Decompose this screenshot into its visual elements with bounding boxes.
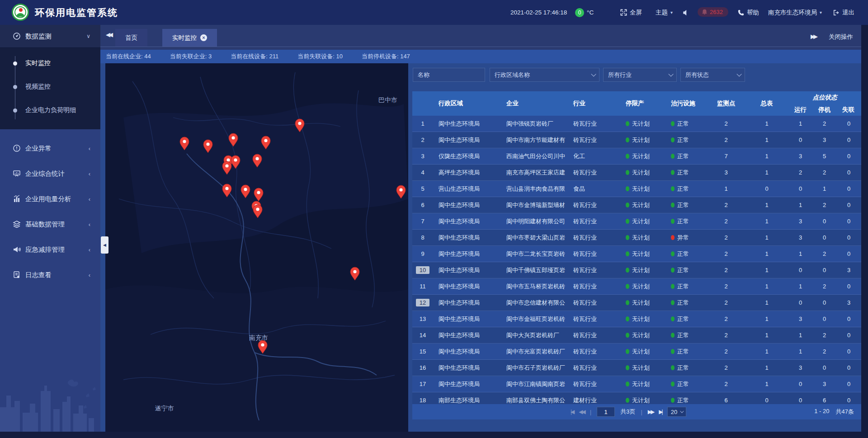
cell-index: 4	[412, 165, 433, 180]
help-button[interactable]: 帮助	[738, 0, 759, 25]
table-row[interactable]: 4高坪生态环境局南充市高坪区王家店建砖瓦行业无计划正常31220	[412, 165, 861, 181]
temperature-unit: °C	[587, 9, 594, 16]
table-row[interactable]: 15阆中生态环境局阆中市光富页岩机砖厂砖瓦行业无计划正常21120	[412, 344, 861, 360]
cell-meters: 1	[745, 246, 788, 262]
sidebar-item-emergency-reduction[interactable]: 应急减排管理 ‹	[0, 237, 100, 262]
table-row[interactable]: 8阆中生态环境局阆中市枣碧大梁山页岩砖瓦行业无计划异常21300	[412, 230, 861, 246]
cell-run: 0	[788, 181, 812, 197]
tab-bar: ◀◀ 首页 实时监控 × ▶▶ 关闭操作	[100, 25, 861, 50]
notification-badge[interactable]: 2632	[698, 7, 728, 17]
industry-select[interactable]: 所有行业	[603, 68, 677, 82]
close-operations-button[interactable]: 关闭操作	[829, 33, 853, 41]
cell-points: 2	[707, 213, 745, 229]
gauge-icon	[13, 32, 21, 40]
cell-lost: 0	[836, 311, 861, 327]
header-limit: 停限产	[620, 91, 665, 116]
sidebar-item-enterprise-stats[interactable]: 企业综合统计 ‹	[0, 161, 100, 186]
page-size-select[interactable]: 20	[667, 407, 686, 417]
sidebar-item-log-view[interactable]: 日志查看 ‹	[0, 262, 100, 287]
theme-dropdown[interactable]: 主题▾	[656, 0, 673, 25]
status-select[interactable]: 所有状态	[680, 68, 745, 82]
cell-index: 1	[412, 116, 433, 132]
table-row[interactable]: 18南部生态环境局南部县双佛土陶有限公建材行业无计划正常60060	[412, 392, 861, 404]
sidebar-collapse-handle[interactable]: ◀	[101, 236, 108, 254]
table-row[interactable]: 13阆中生态环境局阆中市金福旺页岩机砖砖瓦行业无计划正常21300	[412, 311, 861, 327]
table-row[interactable]: 5营山生态环境局营山县润丰肉食品有限食品无计划正常10010	[412, 181, 861, 197]
cell-sewage: 正常	[665, 148, 707, 164]
logout-button[interactable]: 退出	[833, 0, 854, 25]
table-row[interactable]: 11阆中生态环境局阆中市五马桥页岩机砖砖瓦行业无计划正常21120	[412, 278, 861, 295]
cell-sewage: 正常	[665, 246, 707, 262]
status-dot-icon	[671, 186, 675, 191]
megaphone-icon	[13, 245, 21, 254]
status-dot-icon	[626, 398, 629, 403]
cell-index: 17	[412, 376, 433, 392]
fullscreen-button[interactable]: 全屏	[620, 0, 642, 25]
stats-board-icon	[13, 170, 21, 178]
tab-realtime-monitor[interactable]: 实时监控 ×	[162, 29, 217, 47]
table-row[interactable]: 7阆中生态环境局阆中明阳建材有限公司砖瓦行业无计划正常21300	[412, 213, 861, 230]
chevron-down-icon: ▾	[670, 10, 673, 15]
cell-region: 阆中生态环境局	[433, 116, 501, 132]
first-page-icon[interactable]: |◀	[571, 409, 573, 415]
prev-page-icon[interactable]: ◀◀	[579, 409, 584, 415]
bell-icon	[702, 9, 708, 15]
name-search-input-box[interactable]	[413, 68, 485, 82]
table-row[interactable]: 16阆中生态环境局阆中市石子页岩机砖厂砖瓦行业无计划正常21300	[412, 360, 861, 376]
sidebar-item-enterprise-abnormal[interactable]: 企业异常 ‹	[0, 136, 100, 161]
pagination-bar: |◀ ◀◀ | 共3页 | ▶▶ ▶| 20 1 - 20 共47条	[412, 404, 861, 419]
sidebar-item-realtime-monitor[interactable]: 实时监控	[0, 52, 100, 75]
status-dot-icon	[626, 349, 629, 354]
cell-stop: 2	[812, 344, 836, 359]
status-dot-icon	[671, 219, 675, 224]
sidebar-item-power-analysis[interactable]: 企业用电量分析 ‹	[0, 186, 100, 212]
header-region: 行政区域	[433, 91, 501, 116]
tabs-scroll-left-icon[interactable]: ◀◀	[106, 31, 111, 38]
cell-index: 10	[412, 262, 433, 278]
table-row[interactable]: 10阆中生态环境局阆中千佛镇五郎垭页岩砖瓦行业无计划正常21003	[412, 262, 861, 278]
table-row[interactable]: 12阆中生态环境局阆中市忠信建材有限公砖瓦行业无计划正常21003	[412, 295, 861, 311]
filter-bar: 行政区域名称 所有行业 所有状态	[412, 68, 861, 82]
table-row[interactable]: 9阆中生态环境局阆中市二龙长宝页岩砖砖瓦行业无计划正常21120	[412, 246, 861, 262]
cell-meters: 1	[745, 165, 788, 180]
cell-company: 南充市高坪区王家店建	[501, 165, 568, 180]
last-page-icon[interactable]: ▶|	[659, 409, 661, 415]
sidebar-item-power-load-detail[interactable]: 企业电力负荷明细	[0, 99, 100, 122]
cell-limit: 无计划	[620, 148, 665, 164]
stat-stopped-devices: 当前停机设备: 147	[362, 52, 410, 61]
sidebar-item-data-monitor[interactable]: 数据监测 ∨	[0, 25, 100, 48]
table-row[interactable]: 3仪陇生态环境局西南油气田分公司川中化工无计划正常71350	[412, 148, 861, 165]
org-dropdown[interactable]: 南充市生态环境局▾	[768, 0, 822, 25]
cell-meters: 1	[745, 327, 788, 343]
cell-region: 阆中生态环境局	[433, 376, 501, 392]
table-row[interactable]: 14阆中生态环境局阆中大兴页岩机砖厂砖瓦行业无计划正常21120	[412, 327, 861, 344]
chevron-expanded-icon: ∨	[86, 33, 90, 39]
stat-lost-enterprises: 当前失联企业: 3	[170, 52, 212, 61]
cell-index: 9	[412, 246, 433, 262]
page-number-input[interactable]	[597, 407, 615, 417]
cell-meters: 1	[745, 116, 788, 132]
cell-stop: 0	[812, 262, 836, 278]
table-header: 行政区域 企业 行业 停限产 治污设施 监测点 总表 点位状态 运行 停机 失联	[412, 91, 861, 116]
map-panel[interactable]: 巴中市南充市遂宁市	[105, 63, 408, 432]
tab-close-icon[interactable]: ×	[200, 34, 207, 41]
table-row[interactable]: 17阆中生态环境局阆中市江南镇阆南页岩砖瓦行业无计划正常21030	[412, 376, 861, 392]
table-row[interactable]: 6阆中生态环境局阆中市金博瑞新型墙材砖瓦行业无计划正常21120	[412, 197, 861, 213]
next-page-icon[interactable]: ▶▶	[648, 409, 653, 415]
cell-industry: 砖瓦行业	[568, 262, 620, 278]
tab-home[interactable]: 首页	[115, 29, 147, 47]
stat-online-enterprises: 当前在线企业: 44	[106, 52, 151, 61]
sidebar-item-video-monitor[interactable]: 视频监控	[0, 75, 100, 99]
cell-sewage: 正常	[665, 116, 707, 132]
region-select[interactable]: 行政区域名称	[490, 68, 599, 82]
cell-company: 阆中市二龙长宝页岩砖	[501, 246, 568, 262]
name-search-input[interactable]	[418, 71, 480, 78]
sidebar-item-base-data[interactable]: 基础数据管理 ‹	[0, 212, 100, 237]
audio-mute-button[interactable]	[683, 0, 689, 25]
table-row[interactable]: 1阆中生态环境局阆中强锐页岩砖厂砖瓦行业无计划正常21120	[412, 116, 861, 132]
table-row[interactable]: 2阆中生态环境局阆中市南方节能建材有砖瓦行业无计划正常21030	[412, 132, 861, 148]
tabs-scroll-right-icon[interactable]: ▶▶	[811, 33, 816, 40]
cell-company: 阆中大兴页岩机砖厂	[501, 327, 568, 343]
cell-lost: 3	[836, 262, 861, 278]
cell-company: 阆中市南方节能建材有	[501, 132, 568, 148]
